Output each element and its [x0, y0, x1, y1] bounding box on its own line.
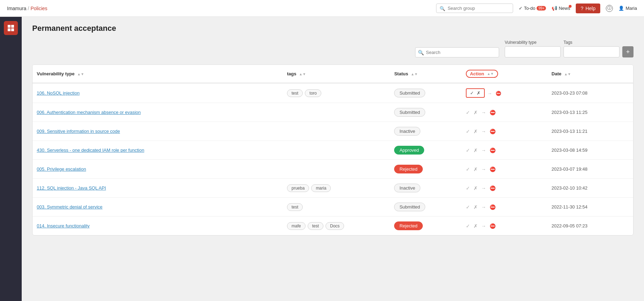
reject-icon[interactable]: ✗ — [474, 110, 478, 115]
filter-search-input[interactable] — [415, 47, 499, 57]
forward-icon[interactable]: → — [481, 204, 486, 210]
date-cell: 2023-03-08 14:59 — [547, 141, 633, 160]
approve-icon[interactable]: ✓ — [466, 204, 470, 210]
disable-icon[interactable]: ⛔ — [490, 110, 496, 115]
sort-icon-date[interactable]: ▲▼ — [564, 72, 571, 76]
tags-input[interactable] — [564, 46, 620, 57]
todo-label: To-do — [524, 6, 536, 11]
org-name[interactable]: Imamura — [7, 6, 26, 11]
table-container: Vulnerability type ▲▼ tags ▲▼ Status ▲▼ — [32, 64, 634, 235]
filter-search-icon: 🔍 — [418, 50, 424, 55]
tag-pill[interactable]: prueba — [287, 184, 309, 192]
th-action: Action ▲▼ — [462, 65, 547, 83]
vuln-type-link[interactable]: 430. Serverless - one dedicated IAM role… — [37, 148, 144, 153]
info-item[interactable]: ⓘ — [606, 5, 613, 12]
user-icon: 👤 — [618, 6, 624, 11]
help-label: Help — [586, 6, 596, 11]
sort-icon-vuln[interactable]: ▲▼ — [77, 72, 84, 76]
reject-icon[interactable]: ✗ — [474, 129, 478, 134]
user-menu[interactable]: 👤 Maria — [618, 6, 637, 11]
date-cell: 2023-03-13 11:21 — [547, 122, 633, 141]
date-cell: 2023-03-23 07:08 — [547, 83, 633, 103]
todo-item[interactable]: ✓ To-do 99+ — [519, 6, 546, 11]
help-button[interactable]: ? Help — [576, 4, 601, 13]
add-filter-button[interactable]: + — [622, 46, 634, 57]
table-row: 106. NoSQL injectiontesttoroSubmitted ✓ … — [33, 83, 633, 103]
vuln-type-input[interactable] — [505, 46, 561, 57]
disable-icon[interactable]: ⛔ — [496, 91, 501, 96]
reject-icon[interactable]: ✗ — [477, 90, 481, 96]
date-cell: 2022-11-30 12:54 — [547, 198, 633, 217]
approve-icon[interactable]: ✓ — [466, 110, 470, 115]
reject-icon[interactable]: ✗ — [474, 166, 478, 172]
vuln-type-link[interactable]: 112. SQL injection - Java SQL API — [37, 185, 106, 191]
tag-pill[interactable]: Docs — [326, 222, 344, 230]
forward-icon[interactable]: → — [481, 148, 486, 153]
svg-rect-3 — [11, 28, 14, 31]
tag-pill[interactable]: mafe — [287, 222, 306, 230]
tag-pill[interactable]: test — [287, 89, 303, 97]
approve-icon[interactable]: ✓ — [466, 166, 470, 172]
vuln-type-link[interactable]: 005. Privilege escalation — [37, 166, 86, 172]
reject-icon[interactable]: ✗ — [474, 204, 478, 210]
search-group-input[interactable] — [436, 4, 513, 13]
forward-icon[interactable]: → — [481, 223, 486, 229]
current-page[interactable]: Policies — [30, 6, 47, 11]
vuln-type-link[interactable]: 009. Sensitive information in source cod… — [37, 129, 120, 134]
disable-icon[interactable]: ⛔ — [490, 204, 496, 210]
reject-icon[interactable]: ✗ — [474, 148, 478, 153]
action-header-circle: Action ▲▼ — [466, 70, 498, 78]
table-row: 430. Serverless - one dedicated IAM role… — [33, 141, 633, 160]
approve-icon[interactable]: ✓ — [466, 223, 470, 229]
tag-pill[interactable]: toro — [305, 89, 321, 97]
search-group-wrap: 🔍 — [436, 4, 513, 13]
forward-icon[interactable]: → — [488, 91, 492, 96]
action-icons: ✓ ✗ → ⛔ — [466, 166, 543, 172]
tag-pill[interactable]: test — [287, 203, 303, 211]
vuln-type-link[interactable]: 106. NoSQL injection — [37, 90, 79, 96]
approve-icon[interactable]: ✓ — [466, 148, 470, 153]
table-row: 009. Sensitive information in source cod… — [33, 122, 633, 141]
layout: Permanent acceptance 🔍 Vulnerability typ… — [0, 17, 644, 301]
tags-cell: test — [287, 203, 386, 211]
forward-icon[interactable]: → — [481, 166, 486, 172]
disable-icon[interactable]: ⛔ — [490, 185, 496, 191]
approve-icon[interactable]: ✓ — [470, 90, 474, 96]
action-icons: ✓ ✗ → ⛔ — [466, 129, 543, 134]
svg-rect-2 — [8, 28, 10, 31]
tags-filter: Tags — [564, 40, 620, 57]
main-content: Permanent acceptance 🔍 Vulnerability typ… — [22, 17, 644, 301]
th-tags: tags ▲▼ — [283, 65, 390, 83]
disable-icon[interactable]: ⛔ — [490, 148, 496, 153]
disable-icon[interactable]: ⛔ — [490, 129, 496, 134]
status-badge: Rejected — [394, 221, 422, 230]
vuln-type-link[interactable]: 003. Symmetric denial of service — [37, 204, 103, 210]
sort-icon-action[interactable]: ▲▼ — [487, 72, 494, 76]
vuln-type-link[interactable]: 006. Authentication mechanism absence or… — [37, 110, 141, 115]
sort-icon-tags[interactable]: ▲▼ — [299, 72, 306, 76]
status-badge: Submitted — [394, 203, 425, 211]
sort-icon-status[interactable]: ▲▼ — [411, 72, 418, 76]
vuln-type-label: Vulnerability type — [505, 40, 561, 45]
forward-icon[interactable]: → — [481, 185, 486, 191]
news-item[interactable]: 📢 News — [552, 6, 570, 11]
disable-icon[interactable]: ⛔ — [490, 223, 496, 229]
approve-icon[interactable]: ✓ — [466, 129, 470, 134]
tags-cell: testtoro — [287, 89, 386, 97]
tag-pill[interactable]: test — [308, 222, 323, 230]
reject-icon[interactable]: ✗ — [474, 185, 478, 191]
topnav: Imamura / Policies 🔍 ✓ To-do 99+ 📢 News … — [0, 0, 644, 17]
user-name-label: Maria — [625, 6, 637, 11]
tag-pill[interactable]: maria — [311, 184, 331, 192]
disable-icon[interactable]: ⛔ — [490, 166, 496, 172]
action-box-highlight: ✓ ✗ — [466, 88, 485, 98]
table-row: 005. Privilege escalationRejected ✓ ✗ → … — [33, 160, 633, 179]
forward-icon[interactable]: → — [481, 110, 486, 115]
reject-icon[interactable]: ✗ — [474, 223, 478, 229]
sidebar-logo[interactable] — [4, 21, 18, 35]
status-badge: Approved — [394, 146, 424, 155]
forward-icon[interactable]: → — [481, 129, 486, 134]
vuln-type-link[interactable]: 014. Insecure functionality — [37, 223, 90, 228]
policies-table: Vulnerability type ▲▼ tags ▲▼ Status ▲▼ — [33, 65, 633, 235]
approve-icon[interactable]: ✓ — [466, 185, 470, 191]
